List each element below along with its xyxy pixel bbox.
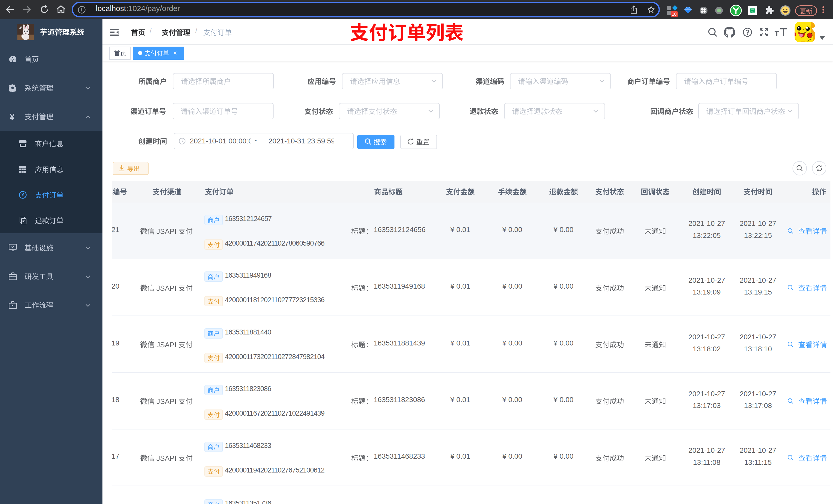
svg-text:10: 10 [672,12,677,17]
